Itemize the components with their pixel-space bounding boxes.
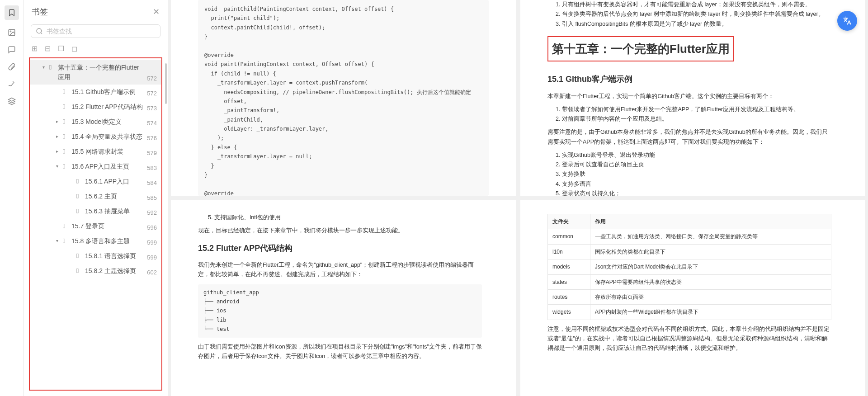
paragraph: 由于我们需要使用外部图片和Icon资源，所以我们在项目根目录下分别创建"imgs… xyxy=(198,342,482,362)
table-cell: 保存APP中需要跨组件共享的状态类 xyxy=(590,274,831,289)
bookmark-icon: ▯ xyxy=(62,133,69,139)
bookmark-label: 15.6.3 抽屉菜单 xyxy=(85,207,143,216)
bookmark-label: 15.8 多语言和多主题 xyxy=(71,236,143,246)
table-header: 文件夹 xyxy=(548,214,590,229)
paragraph: 本章新建一个Flutter工程，实现一个简单的Github客户端。这个实例的主要… xyxy=(547,92,831,101)
bookmark-icon: ▯ xyxy=(49,64,55,70)
close-icon[interactable]: ✕ xyxy=(153,7,160,17)
search-input[interactable] xyxy=(47,28,156,35)
bookmark-page: 576 xyxy=(147,135,157,141)
bookmark-add-icon[interactable]: ☐ xyxy=(58,44,64,53)
bookmark-icon: ▯ xyxy=(62,237,69,244)
bookmark-item[interactable]: ▯15.6.2 主页585 xyxy=(30,189,161,204)
bookmark-page: 592 xyxy=(147,209,157,216)
expand-all-icon[interactable]: ⊞ xyxy=(32,44,38,53)
section-title: 15.1 Github客户端示例 xyxy=(547,72,831,86)
toggle-icon[interactable]: ▾ xyxy=(56,164,62,169)
bookmark-page: 573 xyxy=(147,105,157,112)
bookmark-icon[interactable]: ◻ xyxy=(71,44,77,53)
bookmark-icon: ▯ xyxy=(76,267,82,273)
translate-fab[interactable] xyxy=(837,11,857,31)
bookmark-icon: ▯ xyxy=(62,163,69,169)
toggle-icon[interactable]: ▸ xyxy=(56,149,62,154)
panel-title: 书签 xyxy=(32,6,48,17)
list-item: 带领读者了解如何使用Flutter来开发一个完整APP，了解Flutter应用开… xyxy=(562,105,831,114)
bookmark-item[interactable]: ▯15.6.1 APP入口584 xyxy=(30,174,161,189)
layers-rail-icon[interactable] xyxy=(7,97,16,106)
table-row: modelsJson文件对应的Dart Model类会在此目录下 xyxy=(548,259,831,274)
bookmark-page: 584 xyxy=(147,179,157,186)
list-item: 实现Github账号登录、退出登录功能 xyxy=(562,151,831,160)
bookmark-page: 596 xyxy=(147,224,157,231)
bookmark-page: 583 xyxy=(147,165,157,171)
table-cell: models xyxy=(548,259,590,274)
attachment-rail-icon[interactable] xyxy=(7,62,16,71)
bookmark-tools: ⊞ ⊟ ☐ ◻ xyxy=(24,42,168,57)
collapse-all-icon[interactable]: ⊟ xyxy=(45,44,51,53)
bookmark-item[interactable]: ▯15.8.2 主题选择页602 xyxy=(30,264,161,278)
list-item: 当变换类容器的后代节点会向 layer 树中添加新的绘制类 layer 时，则变… xyxy=(562,9,831,19)
bookmark-label: 15.6 APP入口及主页 xyxy=(71,162,143,171)
bookmark-page: 579 xyxy=(147,150,157,156)
bookmark-search[interactable] xyxy=(31,24,160,38)
bookmark-icon: ▯ xyxy=(62,148,69,154)
page-574[interactable]: 5. 支持国际化、Intl包的使用 现在，目标已经确定，在接下来章节中，我们将分… xyxy=(171,200,516,396)
sign-rail-icon[interactable] xyxy=(7,80,16,89)
bookmark-page: 602 xyxy=(147,269,157,276)
table-row: l10n国际化相关的类都在此目录下 xyxy=(548,244,831,259)
list-item: 只有组件树中有变换类容器时，才有可能需要重新合成 layer；如果没有变换类组件… xyxy=(562,0,831,9)
toggle-icon[interactable]: ▸ xyxy=(56,119,62,124)
bookmark-page: 572 xyxy=(147,75,157,82)
paragraph: 现在，目标已经确定，在接下来章节中，我们将分模块一步一步实现上述功能。 xyxy=(198,226,482,236)
bookmark-icon: ▯ xyxy=(62,103,69,109)
toggle-icon[interactable]: ▾ xyxy=(42,65,49,70)
table-cell: 存放所有路由页面类 xyxy=(590,289,831,304)
bookmark-item[interactable]: ▯15.1 Github客户端示例572 xyxy=(30,85,161,99)
bookmark-page: 585 xyxy=(147,194,157,201)
table-row: common一些工具类，如通用方法类、网络接口类、保存全局变量的静态类等 xyxy=(548,229,831,244)
bookmark-page: 574 xyxy=(147,120,157,127)
bookmark-label: 15.6.2 主页 xyxy=(85,192,143,201)
paragraph: 我们先来创建一个全新的Flutter工程，命名为"github_client_a… xyxy=(198,260,482,280)
bookmark-label: 第十五章：一个完整的Flutter应用 xyxy=(58,63,143,82)
page-575[interactable]: 文件夹 作用 common一些工具类，如通用方法类、网络接口类、保存全局变量的静… xyxy=(520,200,865,396)
bookmark-item[interactable]: ▯15.7 登录页596 xyxy=(30,219,161,234)
table-cell: l10n xyxy=(548,244,590,259)
paragraph: 注意，使用不同的框架或技术选型会对代码有不同的组织方式。因此，本章节介绍的代码组… xyxy=(547,325,831,354)
table-header: 作用 xyxy=(590,214,831,229)
bookmark-label: 15.8.2 主题选择页 xyxy=(85,266,143,276)
toggle-icon[interactable]: ▸ xyxy=(56,134,62,139)
list-item: 支持换肤 xyxy=(562,170,831,179)
bookmark-icon: ▯ xyxy=(76,193,82,199)
viewer-content: void _paintChild(PaintingContext context… xyxy=(168,0,868,396)
bookmark-item[interactable]: ▸▯15.3 Model类定义574 xyxy=(30,114,161,129)
page-573[interactable]: 只有组件树中有变换类容器时，才有可能需要重新合成 layer；如果没有变换类组件… xyxy=(520,0,865,196)
bookmark-item[interactable]: ▾▯第十五章：一个完整的Flutter应用572 xyxy=(30,60,161,85)
chapter-title: 第十五章：一个完整的Flutter应用 xyxy=(547,36,734,61)
bookmark-rail-icon[interactable] xyxy=(5,5,19,20)
bookmark-page: 599 xyxy=(147,254,157,261)
table-cell: common xyxy=(548,229,590,244)
left-rail xyxy=(0,0,24,396)
image-rail-icon[interactable] xyxy=(7,28,16,37)
list-item: 登录后可以查看自己的项目主页 xyxy=(562,160,831,170)
table-row: widgetsAPP内封装的一些Widget组件都在该目录下 xyxy=(548,305,831,320)
toggle-icon[interactable]: ▾ xyxy=(56,238,62,243)
bookmark-item[interactable]: ▸▯15.5 网络请求封装579 xyxy=(30,144,161,159)
scrollbar-thumb[interactable] xyxy=(165,63,167,104)
comment-rail-icon[interactable] xyxy=(7,45,16,54)
code-block: void _paintChild(PaintingContext context… xyxy=(198,0,489,196)
bookmarks-panel: 书签 ✕ ⊞ ⊟ ☐ ◻ ▾▯第十五章：一个完整的Flutter应用572▯15… xyxy=(24,0,168,396)
svg-point-2 xyxy=(37,28,42,33)
bookmark-item[interactable]: ▾▯15.6 APP入口及主页583 xyxy=(30,159,161,174)
bookmark-item[interactable]: ▯15.8.1 语言选择页599 xyxy=(30,249,161,264)
page-572[interactable]: void _paintChild(PaintingContext context… xyxy=(171,0,516,196)
bookmark-label: 15.5 网络请求封装 xyxy=(71,147,143,156)
bookmark-label: 15.6.1 APP入口 xyxy=(85,177,143,186)
bookmark-label: 15.8.1 语言选择页 xyxy=(85,251,143,261)
bookmark-item[interactable]: ▯15.6.3 抽屉菜单592 xyxy=(30,204,161,219)
bookmark-item[interactable]: ▯15.2 Flutter APP代码结构573 xyxy=(30,99,161,114)
bookmark-item[interactable]: ▾▯15.8 多语言和多主题599 xyxy=(30,234,161,249)
paragraph: 需要注意的是，由于Github本身功能非常多，我们的焦点并不是去实现Github… xyxy=(547,127,831,147)
bookmark-item[interactable]: ▸▯15.4 全局变量及共享状态576 xyxy=(30,129,161,144)
